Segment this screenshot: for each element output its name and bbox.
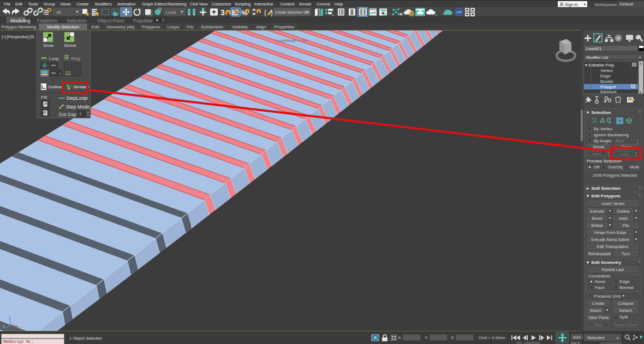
svg-text:OR: OR (456, 10, 462, 14)
svg-text:All: All (56, 10, 61, 15)
svg-text:Create Selection Set: Create Selection Set (275, 10, 309, 14)
svg-text:Local: Local (166, 10, 176, 15)
svg-text:x: x (20, 326, 22, 330)
svg-text:3: 3 (220, 8, 225, 17)
svg-text:z: z (8, 314, 10, 318)
svg-text:y: y (3, 324, 5, 328)
svg-text:{: { (264, 9, 266, 16)
svg-text:}: } (271, 9, 273, 16)
